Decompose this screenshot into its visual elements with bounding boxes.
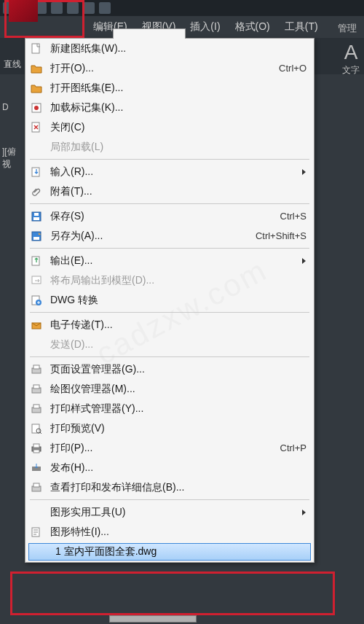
text-icon-letter: A: [344, 41, 358, 63]
menu-separator: [30, 312, 309, 313]
blank-icon: [30, 338, 43, 351]
print-preview-icon: [30, 422, 43, 435]
menu-item[interactable]: 保存(S)Ctrl+S: [25, 206, 314, 226]
menu-item[interactable]: 输入(R)...: [25, 162, 314, 182]
menu-item-shortcut: Ctrl+Shift+S: [256, 230, 306, 241]
menu-item[interactable]: 查看打印和发布详细信息(B)...: [25, 477, 314, 497]
qat-icon[interactable]: [67, 2, 79, 14]
menu-item[interactable]: 打印预览(V): [25, 418, 314, 438]
qat-icon[interactable]: [83, 2, 95, 14]
menu-format[interactable]: 格式(O): [228, 16, 277, 38]
new-sheet-icon: [30, 42, 43, 55]
svg-rect-10: [32, 257, 39, 265]
save-as-icon: [30, 230, 43, 243]
menu-item-label: 输入(R)...: [50, 165, 292, 179]
menu-item[interactable]: 电子传递(T)...: [25, 315, 314, 335]
save-icon: [30, 210, 43, 223]
menu-item[interactable]: 图形实用工具(U): [25, 502, 314, 522]
ribbon-text-tool[interactable]: A 文字: [342, 41, 360, 77]
svg-rect-20: [33, 405, 39, 408]
menu-item[interactable]: 打开图纸集(E)...: [25, 78, 314, 98]
quick-access-toolbar: [0, 0, 364, 16]
submenu-arrow-icon: [302, 169, 306, 175]
menu-item-label: 打印(P)...: [50, 442, 273, 455]
menu-item-label: DWG 转换: [50, 294, 306, 307]
menu-separator: [30, 248, 309, 249]
annotation-highlight-bottom: [10, 572, 335, 615]
plot-style-icon: [30, 402, 43, 416]
menu-item[interactable]: 另存为(A)...Ctrl+Shift+S: [25, 226, 314, 246]
menu-item-label: 输出(E)...: [50, 254, 292, 268]
menu-item-label: 打印预览(V): [50, 422, 306, 435]
menu-item-label: 关闭(C): [50, 121, 306, 134]
dwg-convert-icon: [30, 294, 43, 307]
attach-icon: [30, 185, 43, 198]
submenu-arrow-icon: [302, 258, 306, 264]
menu-item[interactable]: 打印(P)...Ctrl+P: [25, 438, 314, 458]
menu-item[interactable]: 图形特性(I)...: [25, 522, 314, 542]
menu-tools[interactable]: 工具(T): [277, 16, 325, 38]
svg-rect-0: [32, 44, 39, 53]
ribbon-text-label: 文字: [342, 64, 360, 77]
svg-rect-18: [33, 385, 39, 389]
qat-icon[interactable]: [99, 2, 111, 14]
menu-item[interactable]: 附着(T)...: [25, 182, 314, 201]
qat-icon[interactable]: [35, 2, 47, 14]
submenu-arrow-icon: [302, 510, 306, 515]
export-icon: [30, 254, 43, 268]
qat-icon[interactable]: [51, 2, 63, 14]
drawing-tab-letter: D: [0, 74, 25, 117]
menu-item[interactable]: 打印样式管理器(Y)...: [25, 399, 314, 418]
menu-separator: [30, 499, 309, 500]
menu-item-label: 电子传递(T)...: [50, 319, 306, 332]
plot-details-icon: [30, 481, 43, 494]
menu-item-shortcut: Ctrl+P: [280, 442, 306, 453]
print-icon: [30, 442, 43, 455]
ribbon-line-label: 直线: [4, 58, 21, 71]
menu-item-label: 另存为(A)...: [50, 230, 248, 243]
drawing-props-icon: [30, 526, 43, 539]
menu-item-label: 页面设置管理器(G)...: [50, 363, 306, 376]
load-markup-icon: [30, 101, 43, 114]
menu-item[interactable]: 新建图纸集(W)...: [25, 39, 314, 58]
menu-item-label: 新建图纸集(W)...: [50, 42, 306, 55]
svg-rect-28: [33, 483, 39, 487]
menu-item-label: 打开(O)...: [50, 62, 272, 75]
menu-item[interactable]: 输出(E)...: [25, 251, 314, 270]
menu-item[interactable]: DWG 转换: [25, 290, 314, 310]
menu-item-label: 查看打印和发布详细信息(B)...: [50, 481, 306, 494]
layout-export-icon: [30, 274, 43, 287]
menu-item[interactable]: 关闭(C): [25, 117, 314, 137]
menu-item[interactable]: 页面设置管理器(G)...: [25, 359, 314, 379]
menu-item-label: 发送(D)...: [50, 338, 306, 351]
publish-icon: [30, 461, 43, 475]
recent-file-item[interactable]: 1 室内平面图全套.dwg: [28, 543, 311, 561]
menu-item-label: 打印样式管理器(Y)...: [50, 402, 306, 416]
qat-icon[interactable]: [19, 2, 31, 14]
menu-tab-stub: [113, 28, 186, 39]
menu-item: 局部加载(L): [25, 137, 314, 157]
qat-icon[interactable]: [3, 2, 15, 14]
viewport-labels: D ][俯视: [0, 74, 25, 175]
menu-separator: [30, 159, 309, 160]
open-sheet-icon: [30, 82, 43, 95]
menu-item[interactable]: 绘图仪管理器(M)...: [25, 379, 314, 399]
menu-insert[interactable]: 插入(I): [183, 16, 227, 38]
menu-item[interactable]: 加载标记集(K)...: [25, 98, 314, 117]
svg-rect-25: [33, 450, 39, 453]
menu-item-label: 发布(H)...: [50, 461, 306, 475]
menu-item[interactable]: 打开(O)...Ctrl+O: [25, 58, 314, 78]
menu-item-label: 图形特性(I)...: [50, 526, 306, 539]
menu-item[interactable]: 发布(H)...: [25, 458, 314, 477]
menu-item-label: 附着(T)...: [50, 185, 306, 198]
menu-separator: [30, 356, 309, 357]
page-setup-icon: [30, 363, 43, 376]
menu-item-label: 局部加载(L): [50, 141, 306, 154]
menu-item-label: 打开图纸集(E)...: [50, 82, 306, 95]
menu-item: 将布局输出到模型(D)...: [25, 270, 314, 290]
svg-rect-4: [32, 168, 39, 176]
ribbon-tab-manage[interactable]: 管理: [338, 22, 357, 35]
etransmit-icon: [30, 319, 43, 332]
menu-item-label: 保存(S): [50, 210, 273, 223]
viewport-top-view[interactable]: ][俯视: [0, 117, 25, 175]
